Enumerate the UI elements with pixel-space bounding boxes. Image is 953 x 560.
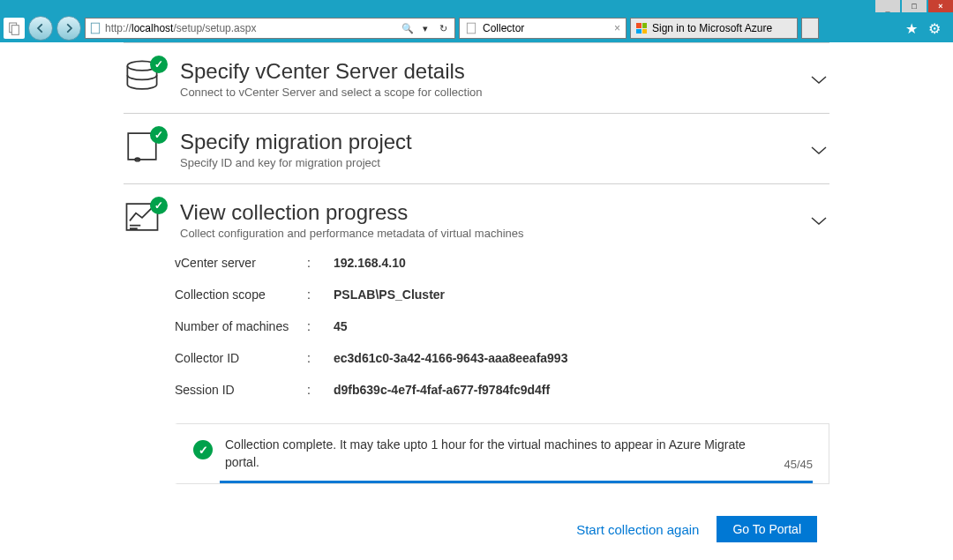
tab-favicon-icon	[465, 22, 477, 34]
status-message: Collection complete. It may take upto 1 …	[225, 437, 771, 471]
svg-rect-1	[11, 26, 19, 35]
detail-label: Collector ID	[175, 351, 307, 365]
forward-button[interactable]	[56, 16, 81, 41]
go-to-portal-button[interactable]: Go To Portal	[717, 516, 817, 542]
refresh-icon[interactable]: ↻	[435, 20, 451, 36]
check-icon: ✓	[150, 56, 168, 73]
detail-label: Number of machines	[175, 319, 307, 333]
window-maximize-button[interactable]: □	[902, 0, 927, 12]
page-icon	[89, 22, 101, 34]
detail-row-session-id: Session ID : d9fb639c-4e7f-4faf-a677-f97…	[175, 374, 829, 406]
step-migration-project[interactable]: ✓ Specify migration project Specify ID a…	[124, 114, 829, 184]
start-collection-again-link[interactable]: Start collection again	[576, 522, 699, 537]
tab-collector[interactable]: Collector ×	[459, 18, 627, 39]
detail-row-machines: Number of machines : 45	[175, 310, 829, 342]
window-minimize-button[interactable]: _	[875, 0, 900, 12]
detail-label: Session ID	[175, 383, 307, 397]
collection-details: vCenter server : 192.168.4.10 Collection…	[124, 247, 829, 406]
detail-label: Collection scope	[175, 287, 307, 302]
detail-value: 192.168.4.10	[334, 256, 406, 270]
page-content: ✓ Specify vCenter Server details Connect…	[0, 42, 953, 560]
svg-rect-3	[467, 23, 475, 34]
step-title: View collection progress	[180, 200, 792, 225]
detail-value: PSLAB\PS_Cluster	[334, 287, 445, 302]
check-icon: ✓	[150, 197, 168, 214]
favorites-icon[interactable]: ★	[904, 20, 919, 36]
success-check-icon: ✓	[193, 440, 213, 459]
new-tab-button[interactable]	[801, 18, 819, 39]
search-icon[interactable]: 🔍	[400, 20, 416, 36]
window-titlebar: _ □ ×	[0, 0, 953, 14]
url-bar[interactable]: http://localhost/setup/setup.aspx 🔍 ▾ ↻	[85, 18, 455, 39]
detail-row-vcenter: vCenter server : 192.168.4.10	[175, 247, 829, 279]
database-icon: ✓	[124, 59, 164, 94]
tab-label: Sign in to Microsoft Azure	[652, 22, 772, 34]
status-message-box: ✓ Collection complete. It may take upto …	[175, 423, 829, 484]
detail-label: vCenter server	[175, 256, 307, 270]
back-button[interactable]	[28, 16, 53, 41]
step-vcenter-details[interactable]: ✓ Specify vCenter Server details Connect…	[124, 43, 829, 114]
url-text: http://localhost/setup/setup.aspx	[105, 22, 400, 34]
step-subtitle: Specify ID and key for migration project	[180, 156, 792, 169]
detail-row-collector-id: Collector ID : ec3d61c0-3a42-4166-9643-a…	[175, 342, 829, 374]
tab-label: Collector	[483, 22, 524, 34]
step-subtitle: Connect to vCenter Server and select a s…	[180, 86, 792, 99]
app-icon	[4, 18, 25, 39]
window-controls: _ □ ×	[875, 0, 953, 12]
status-count: 45/45	[784, 458, 813, 471]
floppy-icon: ✓	[124, 130, 164, 165]
chevron-down-icon	[808, 140, 829, 161]
step-title: Specify migration project	[180, 130, 792, 154]
settings-gear-icon[interactable]: ⚙	[927, 20, 942, 36]
detail-row-scope: Collection scope : PSLAB\PS_Cluster	[175, 279, 829, 310]
detail-value: d9fb639c-4e7f-4faf-a677-f9784fc9d4ff	[334, 383, 550, 397]
detail-value: ec3d61c0-3a42-4166-9643-aaa8eeafa993	[334, 351, 567, 365]
chevron-down-icon	[808, 70, 829, 91]
step-title: Specify vCenter Server details	[180, 59, 792, 84]
chevron-down-icon	[808, 211, 829, 232]
tab-close-icon[interactable]: ×	[614, 22, 620, 34]
progress-bar	[220, 481, 813, 483]
step-subtitle: Collect configuration and performance me…	[180, 227, 792, 240]
chart-icon: ✓	[124, 200, 164, 235]
step-collection-progress[interactable]: ✓ View collection progress Collect confi…	[124, 184, 829, 247]
dropdown-icon[interactable]: ▾	[417, 20, 433, 36]
window-close-button[interactable]: ×	[928, 0, 953, 12]
action-bar: Start collection again Go To Portal	[124, 493, 829, 555]
detail-value: 45	[334, 319, 348, 333]
browser-chrome: http://localhost/setup/setup.aspx 🔍 ▾ ↻ …	[0, 14, 953, 42]
microsoft-logo-icon	[636, 23, 647, 34]
svg-rect-2	[91, 23, 99, 34]
check-icon: ✓	[150, 126, 168, 144]
tab-azure-signin[interactable]: Sign in to Microsoft Azure	[630, 18, 798, 39]
